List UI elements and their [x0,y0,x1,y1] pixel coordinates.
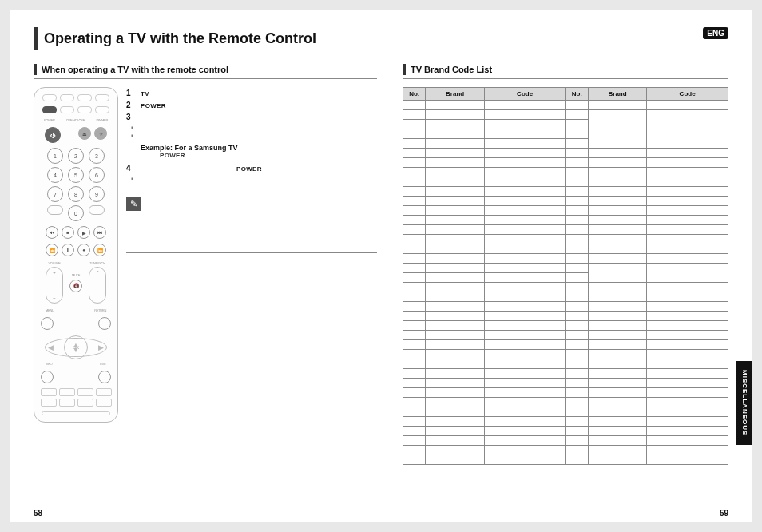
cell-no [566,379,588,388]
cell-code [647,369,728,379]
mute-button-icon: 🔇 [69,280,82,292]
cell-code [484,283,566,292]
cell-no [566,312,588,321]
bottom-bar-button [42,411,110,415]
mute-column: MUTE 🔇 [69,273,82,292]
cell-code [484,340,566,350]
cell-code [647,283,728,292]
col-code: Code [647,88,728,101]
cell-brand [588,446,646,455]
cell-no [566,273,588,283]
col-code: Code [484,88,566,101]
color-btn [77,388,93,396]
table-row [403,407,728,417]
brand-code-table: No. Brand Code No. Brand Code [403,87,728,465]
divider [126,252,377,253]
cell-brand [588,398,646,407]
cell-code [647,398,728,407]
info-exit-row [41,371,111,383]
cell-code [484,177,566,187]
cell-brand [588,359,646,369]
cell-no [403,187,426,197]
table-row [403,101,728,110]
step-1: 1 TV [126,89,377,97]
num-2: 2 [68,148,84,164]
cell-no [566,331,588,340]
cell-code [484,407,566,417]
cell-no [566,254,588,264]
dpad-left-icon: ◀ [48,343,54,351]
table-row [403,388,728,398]
color-btn [59,388,75,396]
cell-no [403,455,426,465]
cell-no [403,101,426,110]
cell-code [484,129,566,139]
cell-code [647,302,728,312]
cell-brand [588,388,646,398]
cell-brand [426,283,484,292]
cell-no [566,120,588,129]
dpad: OK ▲ ▼ ◀ ▶ [45,338,107,357]
cell-no [566,244,588,254]
cell-no [403,350,426,359]
transport-row2: ⏪ ⏸ ● ⏩ [41,244,111,256]
cell-no [403,225,426,235]
cell-no [566,340,588,350]
record-icon: ● [77,244,90,256]
example-heading: Example: For a Samsung TV [141,144,377,152]
cell-brand [426,120,484,129]
cell-brand [426,177,484,187]
color-btn [96,388,112,396]
num-6: 6 [89,167,105,183]
right-section-head: TV Brand Code List [403,64,728,75]
cell-brand [588,225,646,235]
pause-icon: ⏸ [62,244,74,256]
exit-button-icon [98,371,111,383]
brand-code-tbody [403,101,728,465]
cell-code [647,197,728,206]
aux-button-icon [89,205,105,215]
cell-no [403,388,426,398]
remote-power-row: ⏻ ⏏ ☀ [41,127,111,143]
cell-code [484,168,566,177]
next-icon: ⏭ [93,226,106,239]
cell-brand [426,254,484,264]
cell-no [403,254,426,264]
cell-brand [426,455,484,465]
note-divider [147,204,377,204]
return-button-icon [98,317,111,330]
dimmer-label: DIMMER [97,118,108,122]
cell-no [566,398,588,407]
cell-brand [588,350,646,359]
cell-no [566,283,588,292]
cell-brand [426,149,484,158]
cell-no [403,235,426,244]
cell-code [484,235,566,244]
cell-no [403,149,426,158]
color-btn [77,399,93,407]
cell-no [403,312,426,321]
cell-brand [588,369,646,379]
mode-pill [60,94,74,101]
cell-code [647,168,728,177]
cell-code [647,149,728,158]
cell-brand [426,446,484,455]
right-section-title: TV Brand Code List [411,65,492,74]
step-number: 2 [126,101,133,109]
mode-pill [60,106,74,113]
cell-brand [588,110,646,129]
cell-no [566,436,588,446]
cell-no [403,417,426,427]
cell-code [484,187,566,197]
prev-icon: ⏮ [46,226,58,239]
num-8: 8 [68,186,84,202]
step-keyword: TV [141,90,149,97]
cell-no [566,110,588,120]
page-title: Operating a TV with the Remote Control [44,30,316,47]
cell-code [484,244,566,254]
table-row [403,254,728,264]
cell-no [403,398,426,407]
left-section-title: When operating a TV with the remote cont… [42,65,228,74]
cell-no [566,455,588,465]
cell-no [403,379,426,388]
